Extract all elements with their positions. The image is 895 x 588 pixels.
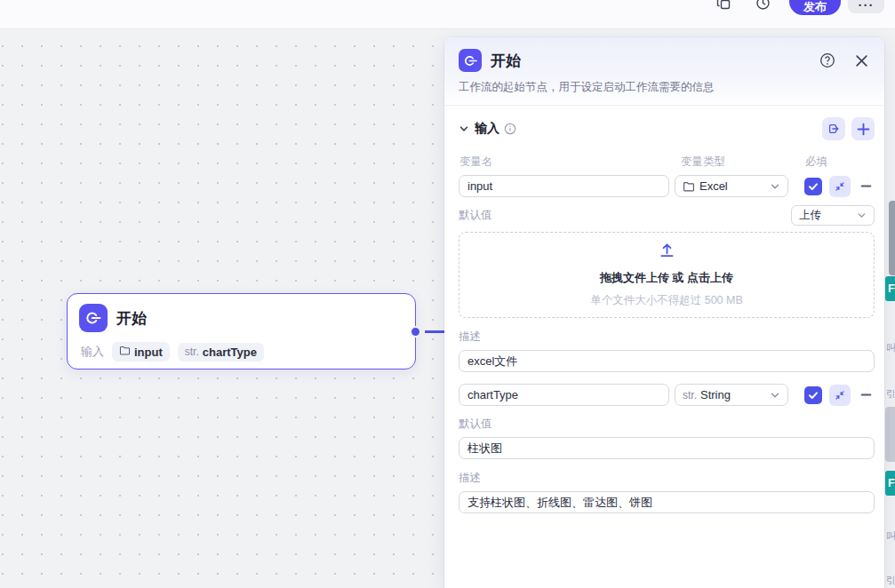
remove-variable-button[interactable] (858, 386, 875, 404)
description-label: 描述 (459, 330, 875, 345)
file-upload-dropzone[interactable]: 拖拽文件上传 或 点击上传 单个文件大小不得超过 500 MB (459, 232, 875, 318)
collapse-icon[interactable] (829, 176, 850, 197)
variable-type-select[interactable]: Excel (675, 175, 788, 197)
publish-button[interactable]: 发布 (789, 0, 841, 15)
history-icon[interactable] (755, 0, 771, 11)
upload-icon (659, 242, 675, 262)
info-icon (504, 123, 516, 135)
variable-table-headers: 变量名 变量类型 必填 (459, 155, 875, 168)
node-var-tag-label: input (134, 346, 163, 359)
panel-subtitle: 工作流的起始节点，用于设定启动工作流需要的信息 (459, 80, 870, 95)
clipped-node-fragment: 叫 (886, 341, 895, 353)
required-checkbox[interactable] (804, 178, 822, 195)
clipped-node-fragment: 引 (886, 387, 895, 399)
clipped-node-fragment: 引 (886, 574, 895, 585)
remove-variable-button[interactable] (858, 178, 875, 195)
start-node[interactable]: 开始 输入 input str. chartType (67, 293, 416, 369)
node-var-tag-charttype: str. chartType (178, 343, 264, 362)
connection-edge (425, 330, 444, 333)
clipped-node-fragment: 叫 (886, 529, 895, 541)
variable-type-select[interactable]: str. String (675, 384, 788, 406)
clipped-node-fragment (885, 407, 895, 462)
default-value-label: 默认值 (459, 417, 875, 432)
chevron-down-icon[interactable] (459, 123, 469, 134)
node-config-panel: 开始 工作流的起始节点，用于设定启动工作流需要的信息 输入 (444, 37, 884, 588)
type-prefix: str. (683, 389, 697, 401)
node-input-label: 输入 (81, 344, 104, 360)
column-type: 变量类型 (681, 155, 725, 170)
default-mode-select[interactable]: 上传 (791, 205, 875, 226)
upload-title: 拖拽文件上传 或 点击上传 (600, 270, 733, 286)
description-label: 描述 (459, 471, 875, 486)
chevron-down-icon (770, 181, 780, 192)
required-checkbox[interactable] (804, 386, 822, 404)
input-section-header: 输入 (459, 117, 875, 140)
node-var-tag-input: input (112, 342, 170, 362)
type-value: String (700, 388, 731, 401)
folder-icon (119, 345, 131, 359)
column-name: 变量名 (459, 155, 493, 170)
collapse-icon[interactable] (829, 385, 850, 406)
clipped-node-fragment (889, 201, 895, 275)
more-menu-button[interactable]: ··· (848, 0, 884, 13)
node-output-port[interactable] (410, 326, 421, 338)
variable-row-input: Excel (459, 175, 875, 197)
default-value-row: 默认值 上传 (459, 205, 875, 226)
variable-name-input[interactable] (459, 175, 669, 197)
top-toolbar: 发布 ··· (0, 0, 895, 29)
variable-name-input[interactable] (459, 384, 669, 406)
description-input[interactable] (459, 350, 875, 372)
node-var-tag-label: chartType (203, 346, 257, 359)
start-node-icon (79, 304, 108, 332)
type-value: Excel (699, 179, 728, 193)
default-value-input[interactable] (459, 437, 875, 459)
default-value-label: 默认值 (459, 208, 492, 223)
upload-size-hint: 单个文件大小不得超过 500 MB (590, 293, 743, 308)
clipped-node-badge: F (885, 276, 895, 301)
add-variable-button[interactable] (851, 117, 875, 140)
import-json-button[interactable] (822, 117, 845, 140)
close-icon[interactable] (852, 52, 870, 69)
clipped-node-badge: F (885, 471, 895, 496)
type-prefix: str. (185, 346, 199, 358)
chevron-down-icon (770, 390, 780, 401)
folder-icon (683, 180, 695, 193)
start-node-icon (459, 49, 482, 72)
column-required: 必填 (805, 155, 827, 170)
start-node-title: 开始 (116, 308, 147, 329)
default-mode-value: 上传 (799, 208, 821, 223)
help-icon[interactable] (819, 52, 836, 69)
description-input[interactable] (459, 491, 875, 513)
variable-row-charttype: str. String (459, 384, 875, 406)
panel-title: 开始 (491, 51, 803, 71)
input-section-label: 输入 (475, 121, 499, 137)
duplicate-icon[interactable] (716, 0, 731, 11)
panel-header: 开始 工作流的起始节点，用于设定启动工作流需要的信息 (444, 37, 884, 106)
chevron-down-icon (857, 211, 867, 220)
